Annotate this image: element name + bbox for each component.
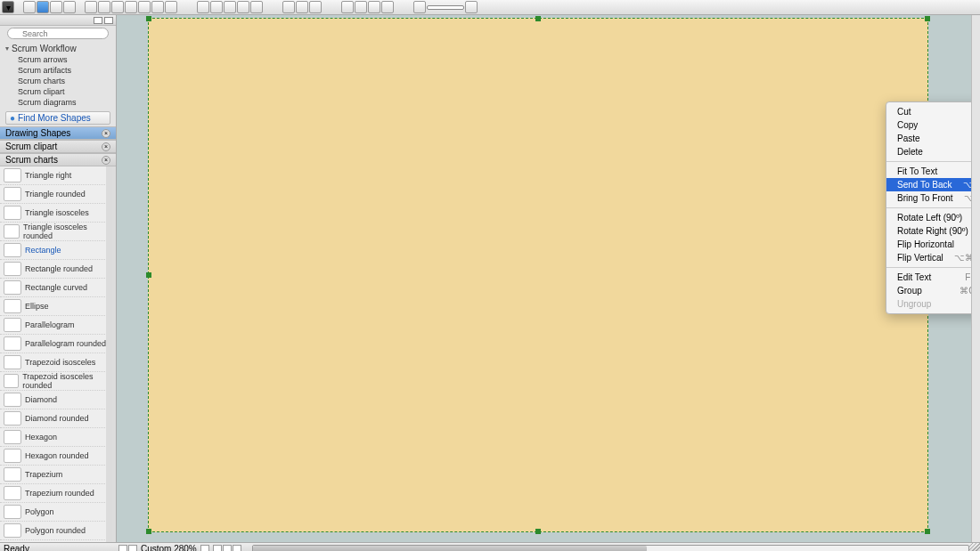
shape-row[interactable]: Triangle isosceles rounded bbox=[0, 223, 112, 241]
tool-bezier-button[interactable] bbox=[237, 1, 249, 13]
page-nav[interactable] bbox=[118, 545, 137, 552]
search-input[interactable] bbox=[7, 28, 109, 39]
tree-item-diagrams[interactable]: Scrum diagrams bbox=[4, 97, 112, 108]
tool-conn4-button[interactable] bbox=[125, 1, 137, 13]
shape-row[interactable]: Diamond rounded bbox=[0, 409, 112, 428]
resize-handle-bl[interactable] bbox=[146, 529, 151, 534]
shape-row[interactable]: Trapezoid isosceles bbox=[0, 353, 112, 372]
zoom-slider[interactable] bbox=[427, 5, 464, 10]
window-resize-grip[interactable] bbox=[969, 542, 980, 551]
tool-conn5-button[interactable] bbox=[138, 1, 151, 13]
shape-row[interactable]: Triangle isosceles bbox=[0, 204, 112, 223]
lib-drawing-shapes[interactable]: Drawing Shapes× bbox=[0, 126, 116, 140]
menu-label: Flip Horizontal bbox=[897, 239, 954, 249]
tool-conn6-button[interactable] bbox=[151, 1, 164, 13]
tool-conn3-button[interactable] bbox=[111, 1, 124, 13]
menu-item[interactable]: Flip Vertical⌥⌘J bbox=[886, 251, 980, 264]
tool-zoom-out-button[interactable] bbox=[355, 1, 367, 13]
tool-pointer-button[interactable]: ▾ bbox=[2, 1, 14, 13]
shape-row[interactable]: Rectangle bbox=[0, 241, 112, 260]
menu-item[interactable]: Delete bbox=[886, 145, 980, 158]
menu-item[interactable]: Group⌘G bbox=[886, 284, 980, 297]
view2-button[interactable] bbox=[223, 545, 232, 552]
tool-paint-button[interactable] bbox=[381, 1, 394, 13]
menu-item[interactable]: Rotate Left (90º)⌘L bbox=[886, 211, 980, 224]
menu-item[interactable]: Paste bbox=[886, 132, 980, 145]
tree-item-arrows[interactable]: Scrum arrows bbox=[4, 54, 112, 65]
lib-close-icon[interactable]: × bbox=[102, 142, 110, 151]
lib-scrum-clipart[interactable]: Scrum clipart× bbox=[0, 140, 116, 153]
canvas[interactable]: CutCopyPasteDeleteFit To TextSend To Bac… bbox=[117, 15, 971, 542]
view-search-icon[interactable] bbox=[104, 17, 113, 24]
shape-row[interactable]: Triangle right bbox=[0, 166, 112, 185]
resize-handle-tl[interactable] bbox=[146, 16, 151, 21]
shape-row[interactable]: Parallelogram bbox=[0, 316, 112, 335]
lib-scrum-charts[interactable]: Scrum charts× bbox=[0, 153, 116, 166]
tool-edit2-button[interactable] bbox=[296, 1, 308, 13]
page-first-button[interactable] bbox=[118, 545, 127, 552]
tree-item-clipart[interactable]: Scrum clipart bbox=[4, 86, 112, 97]
tool-zoom-in-button[interactable] bbox=[341, 1, 354, 13]
shape-row[interactable]: Polygon rounded bbox=[0, 522, 112, 540]
menu-item[interactable]: Flip Horizontal bbox=[886, 238, 980, 251]
tool-conn1-button[interactable] bbox=[85, 1, 97, 13]
tool-line-button[interactable] bbox=[197, 1, 209, 13]
selected-rectangle-shape[interactable] bbox=[148, 18, 928, 532]
view-grid-icon[interactable] bbox=[94, 17, 102, 24]
shape-row[interactable]: Triangle rounded bbox=[0, 185, 112, 204]
tree-item-artifacts[interactable]: Scrum artifacts bbox=[4, 65, 112, 76]
tree-item-charts[interactable]: Scrum charts bbox=[4, 76, 112, 86]
view3-button[interactable] bbox=[233, 545, 241, 552]
shape-row[interactable]: Polygon bbox=[0, 503, 112, 522]
lib-close-icon[interactable]: × bbox=[102, 129, 110, 138]
shape-row[interactable]: Trapezium rounded bbox=[0, 484, 112, 503]
resize-handle-tr[interactable] bbox=[925, 16, 930, 21]
menu-item[interactable]: Rotate Right (90º)⌘R bbox=[886, 224, 980, 238]
tool-poly-button[interactable] bbox=[224, 1, 236, 13]
resize-handle-br[interactable] bbox=[925, 529, 930, 534]
zoom-out-button[interactable] bbox=[413, 1, 426, 13]
tool-panel-button[interactable] bbox=[63, 1, 76, 13]
lib-close-icon[interactable]: × bbox=[102, 156, 110, 165]
shape-row[interactable]: Ellipse bbox=[0, 297, 112, 316]
shape-row[interactable]: Circle bbox=[0, 540, 112, 542]
menu-item[interactable]: Cut bbox=[886, 105, 980, 118]
tree-root[interactable]: Scrum Workflow bbox=[4, 43, 112, 54]
find-more-shapes-button[interactable]: ● Find More Shapes bbox=[5, 111, 110, 125]
menu-item[interactable]: Bring To Front⌥⌘F bbox=[886, 191, 980, 205]
tool-curve-button[interactable] bbox=[210, 1, 223, 13]
tool-edit3-button[interactable] bbox=[309, 1, 322, 13]
tool-print-button[interactable] bbox=[368, 1, 380, 13]
zoom-stepper[interactable] bbox=[200, 545, 209, 552]
tool-text-button[interactable] bbox=[250, 1, 263, 13]
shape-row[interactable]: Hexagon bbox=[0, 428, 112, 447]
tool-conn2-button[interactable] bbox=[98, 1, 110, 13]
tool-table-button[interactable] bbox=[50, 1, 62, 13]
menu-item[interactable]: Edit TextF2 bbox=[886, 271, 980, 284]
menu-item[interactable]: Fit To Text bbox=[886, 165, 980, 178]
right-scrollbar[interactable] bbox=[971, 15, 980, 542]
resize-handle-ml[interactable] bbox=[146, 272, 151, 278]
library-tree[interactable]: Scrum Workflow Scrum arrows Scrum artifa… bbox=[0, 41, 116, 109]
view1-button[interactable] bbox=[213, 545, 222, 552]
menu-item[interactable]: Copy bbox=[886, 118, 980, 132]
menu-item[interactable]: Send To Back⌥⌘B bbox=[886, 178, 980, 191]
shape-row[interactable]: Diamond bbox=[0, 391, 112, 409]
tool-screen-button[interactable] bbox=[23, 1, 36, 13]
tool-edit1-button[interactable] bbox=[282, 1, 295, 13]
zoom-in-button[interactable] bbox=[465, 1, 478, 13]
horizontal-scrollbar[interactable] bbox=[252, 545, 969, 551]
shape-row[interactable]: Hexagon rounded bbox=[0, 447, 112, 466]
shape-row[interactable]: Trapezoid isosceles rounded bbox=[0, 372, 112, 391]
shape-row[interactable]: Rectangle curved bbox=[0, 279, 112, 297]
tool-conn7-button[interactable] bbox=[165, 1, 177, 13]
resize-handle-bm[interactable] bbox=[535, 529, 541, 534]
shape-row[interactable]: Rectangle rounded bbox=[0, 260, 112, 279]
shape-row[interactable]: Parallelogram rounded bbox=[0, 335, 112, 353]
resize-handle-tm[interactable] bbox=[535, 16, 541, 21]
page-prev-button[interactable] bbox=[128, 545, 137, 552]
shape-name-label: Parallelogram rounded bbox=[25, 339, 106, 348]
sidebar-scrollbar[interactable] bbox=[106, 166, 112, 542]
tool-display-button[interactable] bbox=[37, 1, 49, 13]
shape-row[interactable]: Trapezium bbox=[0, 466, 112, 484]
